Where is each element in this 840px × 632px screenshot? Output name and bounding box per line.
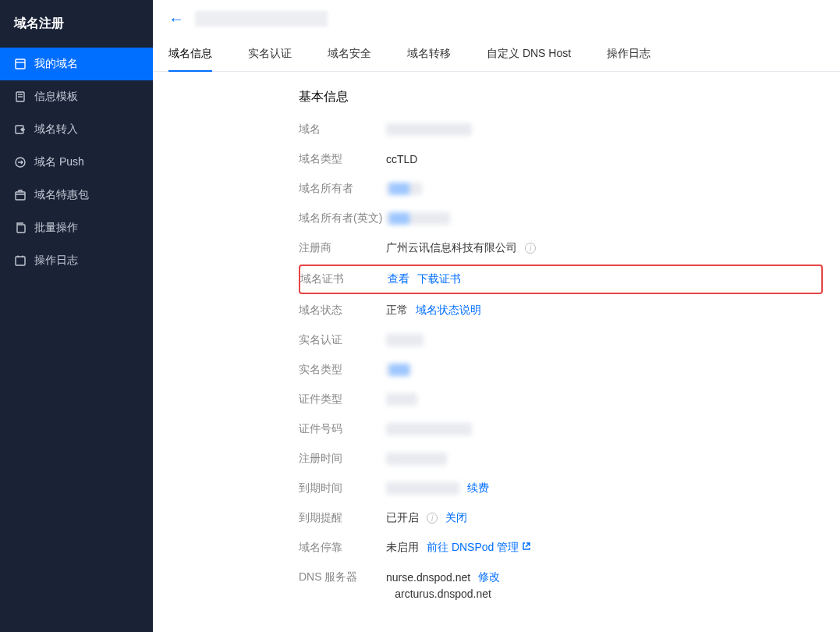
row-domain-park: 域名停靠 未启用 前往 DNSPod 管理 xyxy=(299,541,823,555)
row-domain-type: 域名类型 ccTLD xyxy=(299,152,823,166)
row-idnum: 证件号码 xyxy=(299,422,823,436)
template-icon xyxy=(14,91,27,103)
external-link-icon xyxy=(522,541,531,551)
section-title: 基本信息 xyxy=(299,89,823,105)
row-idtype: 证件类型 xyxy=(299,392,823,407)
value-domain-redacted xyxy=(386,123,472,136)
link-close-remind[interactable]: 关闭 xyxy=(445,511,467,525)
value-dns2: arcturus.dnspod.net xyxy=(395,588,491,600)
sidebar-item-label: 域名特惠包 xyxy=(34,188,89,202)
label-regtime: 注册时间 xyxy=(299,452,386,466)
label-idnum: 证件号码 xyxy=(299,422,386,436)
label-cert: 域名证书 xyxy=(300,272,388,286)
svg-rect-8 xyxy=(17,225,25,233)
label-idtype: 证件类型 xyxy=(299,392,386,407)
sidebar-item-batch-ops[interactable]: 批量操作 xyxy=(0,211,153,244)
svg-rect-9 xyxy=(16,257,25,265)
sidebar-nav: 我的域名 信息模板 域名转入 域名 Push xyxy=(0,48,153,277)
value-domain-type: ccTLD xyxy=(386,153,417,165)
value-status: 正常 xyxy=(386,304,408,318)
row-expiry-remind: 到期提醒 已开启 i 关闭 xyxy=(299,511,823,525)
value-dns1: nurse.dnspod.net xyxy=(386,571,470,584)
label-status: 域名状态 xyxy=(299,304,386,318)
link-status-explain[interactable]: 域名状态说明 xyxy=(416,304,481,318)
row-registrar: 注册商 广州云讯信息科技有限公司 i xyxy=(299,241,823,255)
row-exptime: 到期时间 续费 xyxy=(299,481,823,495)
row-dns-servers: DNS 服务器 nurse.dnspod.net 修改 arcturus.dns… xyxy=(299,570,823,600)
highlight-cert-row: 域名证书 查看 下载证书 xyxy=(299,265,823,294)
sidebar-item-domain-package[interactable]: 域名特惠包 xyxy=(0,179,153,211)
tab-domain-info[interactable]: 域名信息 xyxy=(168,41,212,72)
sidebar-item-my-domains[interactable]: 我的域名 xyxy=(0,48,153,80)
label-realname: 实名认证 xyxy=(299,333,386,347)
link-dnspod-manage[interactable]: 前往 DNSPod 管理 xyxy=(427,541,531,555)
svg-rect-0 xyxy=(16,59,25,69)
sidebar: 域名注册 我的域名 信息模板 域名转入 xyxy=(0,0,153,632)
page-header: ← xyxy=(153,0,840,31)
info-icon[interactable]: i xyxy=(427,513,438,524)
link-download-cert[interactable]: 下载证书 xyxy=(417,272,461,286)
value-realtype-redacted xyxy=(386,364,411,376)
label-dns: DNS 服务器 xyxy=(299,570,386,584)
label-domain-type: 域名类型 xyxy=(299,152,386,166)
domain-icon xyxy=(14,58,27,70)
label-owner: 域名所有者 xyxy=(299,182,386,196)
sidebar-item-label: 批量操作 xyxy=(34,221,78,235)
row-domain: 域名 xyxy=(299,122,823,137)
back-arrow-icon[interactable]: ← xyxy=(168,11,184,27)
value-regtime-redacted xyxy=(386,453,447,465)
label-domain-park: 域名停靠 xyxy=(299,541,386,555)
svg-rect-7 xyxy=(16,192,25,200)
row-realname: 实名认证 xyxy=(299,333,823,347)
row-owner: 域名所有者 xyxy=(299,182,823,196)
main-content: ← 域名信息 实名认证 域名安全 域名转移 自定义 DNS Host 操作日志 … xyxy=(153,0,840,632)
tabs: 域名信息 实名认证 域名安全 域名转移 自定义 DNS Host 操作日志 xyxy=(153,31,840,72)
value-owner-redacted xyxy=(386,183,422,195)
label-expiry-remind: 到期提醒 xyxy=(299,511,386,525)
transfer-in-icon xyxy=(14,123,27,136)
value-registrar: 广州云讯信息科技有限公司 xyxy=(386,241,517,255)
value-domain-park: 未启用 xyxy=(386,541,419,555)
basic-info-panel: 基本信息 域名 域名类型 ccTLD 域名所有者 xyxy=(282,89,840,600)
label-registrar: 注册商 xyxy=(299,241,386,255)
info-icon[interactable]: i xyxy=(525,243,536,254)
row-realtype: 实名类型 xyxy=(299,363,823,377)
value-idtype-redacted xyxy=(386,393,417,406)
tab-security[interactable]: 域名安全 xyxy=(328,41,371,72)
sidebar-item-op-log[interactable]: 操作日志 xyxy=(0,244,153,277)
value-owner-en-redacted xyxy=(386,212,450,225)
link-renew[interactable]: 续费 xyxy=(467,481,489,495)
batch-icon xyxy=(14,222,27,234)
row-owner-en: 域名所有者(英文) xyxy=(299,211,823,225)
value-idnum-redacted xyxy=(386,423,472,435)
page-title-redacted xyxy=(195,11,328,27)
sidebar-item-domain-transfer-in[interactable]: 域名转入 xyxy=(0,113,153,146)
label-realtype: 实名类型 xyxy=(299,363,386,377)
sidebar-item-label: 信息模板 xyxy=(34,90,78,104)
row-regtime: 注册时间 xyxy=(299,452,823,466)
sidebar-item-label: 域名转入 xyxy=(34,122,78,137)
sidebar-item-domain-push[interactable]: 域名 Push xyxy=(0,146,153,179)
value-expiry-remind: 已开启 xyxy=(386,511,419,525)
log-icon xyxy=(14,254,27,267)
sidebar-item-label: 域名 Push xyxy=(34,155,84,169)
tab-operation-log[interactable]: 操作日志 xyxy=(607,41,650,72)
value-exptime-redacted xyxy=(386,482,459,495)
row-cert: 域名证书 查看 下载证书 xyxy=(300,272,821,286)
tab-realname[interactable]: 实名认证 xyxy=(248,41,292,72)
link-view-cert[interactable]: 查看 xyxy=(388,272,409,286)
tab-transfer[interactable]: 域名转移 xyxy=(407,41,451,72)
push-icon xyxy=(14,156,27,169)
label-domain: 域名 xyxy=(299,122,386,137)
tab-custom-dns-host[interactable]: 自定义 DNS Host xyxy=(487,41,571,72)
sidebar-item-info-template[interactable]: 信息模板 xyxy=(0,80,153,113)
sidebar-title: 域名注册 xyxy=(0,0,153,48)
sidebar-item-label: 我的域名 xyxy=(34,57,78,71)
value-realname-redacted xyxy=(386,334,424,346)
row-status: 域名状态 正常 域名状态说明 xyxy=(299,304,823,318)
label-owner-en: 域名所有者(英文) xyxy=(299,211,386,225)
label-exptime: 到期时间 xyxy=(299,481,386,495)
package-icon xyxy=(14,189,27,201)
link-modify-dns[interactable]: 修改 xyxy=(478,570,500,584)
sidebar-item-label: 操作日志 xyxy=(34,254,78,268)
